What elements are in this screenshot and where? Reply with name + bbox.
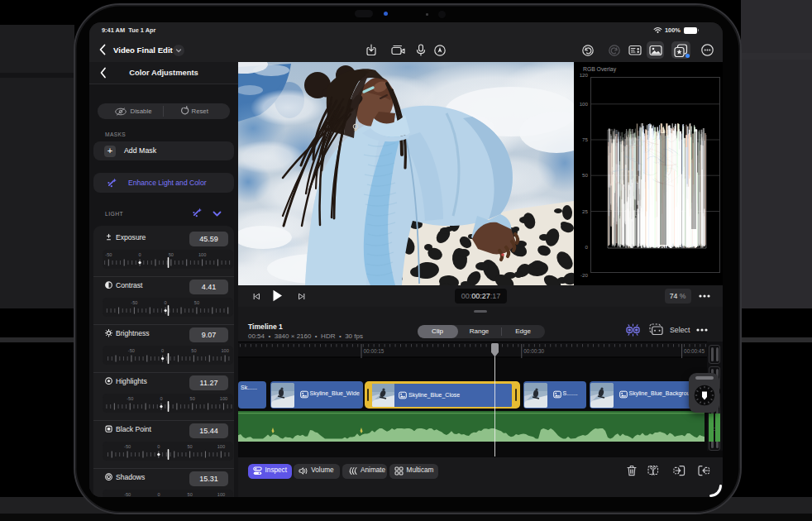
svg-text:50: 50 [194,300,199,305]
svg-text:50: 50 [191,348,196,353]
svg-text:-20: -20 [580,272,589,278]
svg-text:0: 0 [585,244,589,250]
svg-text:100: 100 [220,396,227,401]
svg-text:50: 50 [169,252,174,257]
svg-text:75: 75 [582,136,588,142]
svg-text:100: 100 [217,444,225,449]
svg-text:-50: -50 [131,300,137,305]
svg-text:100: 100 [198,252,206,257]
svg-text:0: 0 [160,396,162,401]
svg-text:0: 0 [139,252,141,257]
svg-text:50: 50 [188,492,193,497]
svg-text:-50: -50 [127,396,133,401]
svg-text:100: 100 [221,348,228,353]
svg-text:25: 25 [582,208,588,214]
svg-text:-50: -50 [124,444,131,449]
svg-text:100: 100 [580,101,589,107]
svg-text:00:00:15: 00:00:15 [364,348,385,354]
svg-text:0: 0 [157,444,160,449]
svg-text:0: 0 [157,492,160,497]
svg-text:0: 0 [161,348,164,353]
svg-text:00:00:45: 00:00:45 [684,348,705,354]
svg-text:100: 100 [217,492,225,497]
svg-text:00:00:30: 00:00:30 [523,348,544,354]
svg-text:-50: -50 [124,492,131,497]
svg-text:0: 0 [165,300,167,305]
svg-text:120: 120 [580,72,589,78]
svg-text:-50: -50 [128,348,135,353]
svg-text:50: 50 [187,444,192,449]
svg-text:RGB Overlay: RGB Overlay [583,66,617,73]
svg-text:50: 50 [582,172,588,178]
svg-text:-50: -50 [105,252,112,257]
svg-text:50: 50 [190,396,195,401]
